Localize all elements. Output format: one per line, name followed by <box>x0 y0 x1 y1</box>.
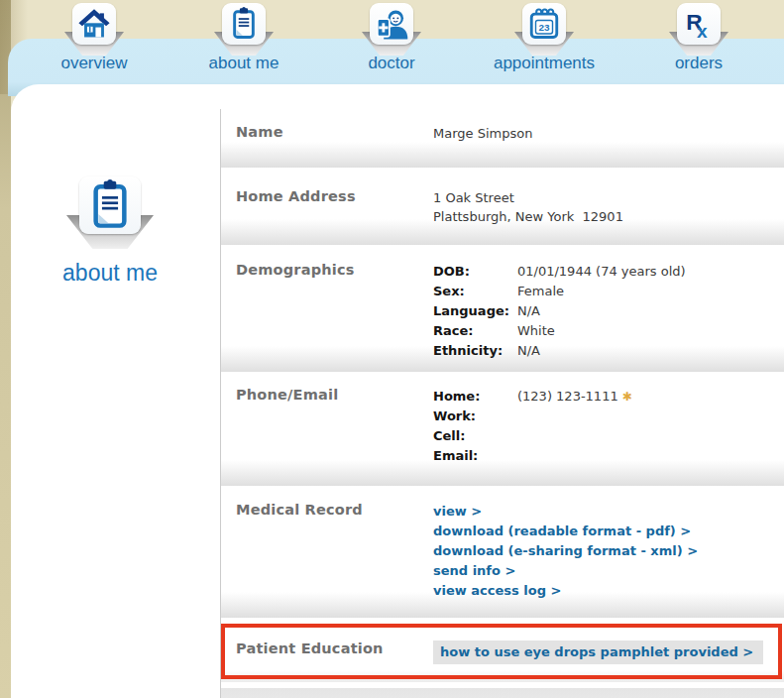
download-xml-link[interactable]: download (e-sharing format - xml) > <box>433 541 784 561</box>
nav-item-overview[interactable]: overview <box>20 3 168 73</box>
ethnicity-value: N/A <box>517 341 784 361</box>
doctor-icon <box>370 3 413 45</box>
nav-item-orders[interactable]: R x orders <box>624 3 773 73</box>
download-pdf-link[interactable]: download (readable format - pdf) > <box>433 522 784 541</box>
nav-label-doctor[interactable]: doctor <box>317 54 466 73</box>
home-icon <box>72 3 116 45</box>
svg-text:x: x <box>697 21 708 41</box>
nav-label-orders[interactable]: orders <box>624 54 773 73</box>
row-home-address: Home Address 1 Oak Street Plattsburgh, N… <box>221 174 784 245</box>
home-phone-value: (123) 123-1111 <box>517 389 618 404</box>
home-phone-label: Home: <box>433 387 517 407</box>
eye-drops-pamphlet-link[interactable]: how to use eye drops pamphlet provided > <box>433 640 763 664</box>
cell-phone-label: Cell: <box>433 426 517 446</box>
sex-label: Sex: <box>433 282 517 301</box>
row-phone-email: Phone/Email Home:(123) 123-1111✱ Work: C… <box>221 379 784 486</box>
work-phone-value <box>517 407 784 426</box>
row-medical-record: Medical Record view > download (readable… <box>221 493 784 618</box>
ethnicity-label: Ethnicity: <box>433 341 517 361</box>
nav-label-appointments[interactable]: appointments <box>470 54 618 73</box>
nav-label-about-me[interactable]: about me <box>169 54 318 73</box>
sidebar-about-me: about me <box>0 176 220 287</box>
nav-item-appointments[interactable]: 23 appointments <box>470 3 618 73</box>
view-record-link[interactable]: view > <box>433 502 784 522</box>
svg-text:23: 23 <box>538 22 550 33</box>
name-label: Name <box>236 124 433 168</box>
send-info-link[interactable]: send info > <box>433 561 784 581</box>
cell-phone-value <box>517 426 784 446</box>
address-line2: Plattsburgh, New York 12901 <box>433 207 784 226</box>
next-row-edge <box>221 688 784 698</box>
calendar-icon: 23 <box>522 3 566 45</box>
row-demographics: Demographics DOB:01/01/1944 (74 years ol… <box>221 252 784 372</box>
starburst-icon: ✱ <box>622 390 632 404</box>
nav-item-about-me[interactable]: about me <box>169 3 318 73</box>
home-address-label: Home Address <box>236 188 433 245</box>
about-me-clipboard-icon <box>79 176 141 234</box>
name-value: Marge Simpson <box>433 124 784 168</box>
work-phone-label: Work: <box>433 407 517 426</box>
patient-education-label: Patient Education <box>236 640 433 682</box>
dob-value: 01/01/1944 (74 years old) <box>517 262 784 282</box>
phone-email-label: Phone/Email <box>236 387 433 486</box>
clipboard-icon <box>222 3 266 45</box>
row-name: Name Marge Simpson <box>221 109 784 168</box>
language-label: Language: <box>433 301 517 321</box>
nav-label-overview[interactable]: overview <box>20 54 168 73</box>
view-access-log-link[interactable]: view access log > <box>433 581 784 601</box>
race-value: White <box>517 321 784 341</box>
page-left-edge <box>0 0 11 698</box>
race-label: Race: <box>433 321 517 341</box>
nav-item-doctor[interactable]: doctor <box>317 3 466 73</box>
email-label: Email: <box>433 446 517 466</box>
medical-record-label: Medical Record <box>236 502 433 618</box>
sidebar-section-title: about me <box>0 260 220 287</box>
address-line1: 1 Oak Street <box>433 188 784 207</box>
row-patient-education: Patient Education how to use eye drops p… <box>221 625 784 682</box>
sex-value: Female <box>517 282 784 301</box>
profile-table: Name Marge Simpson Home Address 1 Oak St… <box>220 109 784 698</box>
dob-label: DOB: <box>433 262 517 282</box>
email-value <box>517 446 784 466</box>
demographics-label: Demographics <box>236 262 433 372</box>
rx-icon: R x <box>677 3 721 45</box>
language-value: N/A <box>517 301 784 321</box>
